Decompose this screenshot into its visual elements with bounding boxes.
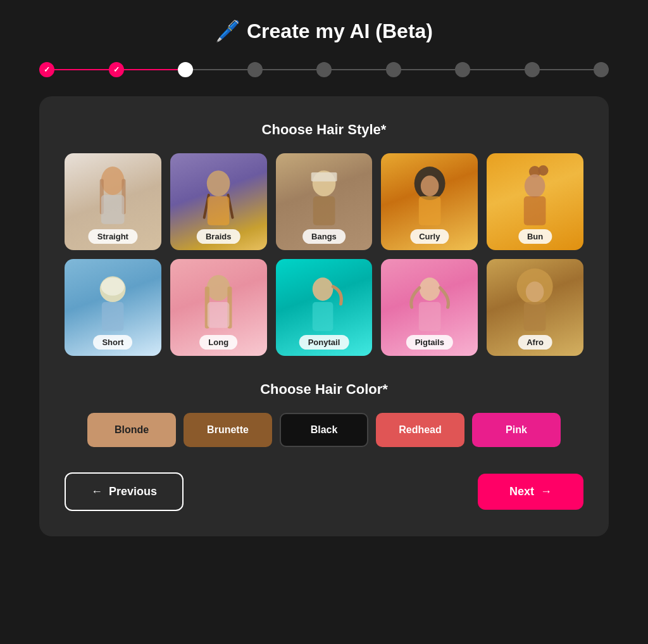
svg-point-25 bbox=[313, 277, 333, 301]
next-arrow-icon: → bbox=[540, 485, 552, 498]
svg-point-16 bbox=[525, 175, 545, 198]
svg-rect-28 bbox=[418, 302, 440, 331]
color-btn-black[interactable]: Black bbox=[280, 413, 368, 447]
svg-point-19 bbox=[101, 277, 125, 296]
hair-style-grid: Straight Braids bbox=[65, 153, 583, 356]
hair-item-braids[interactable]: Braids bbox=[170, 153, 267, 250]
hair-color-buttons: Blonde Brunette Black Redhead Pink bbox=[65, 413, 583, 447]
hair-color-title: Choose Hair Color* bbox=[65, 381, 583, 398]
previous-label: Previous bbox=[109, 485, 157, 498]
hair-item-bangs[interactable]: Bangs bbox=[276, 153, 373, 250]
color-btn-blonde[interactable]: Blonde bbox=[87, 413, 176, 447]
svg-rect-13 bbox=[418, 196, 440, 225]
hair-afro-label: Afro bbox=[518, 335, 552, 350]
next-label: Next bbox=[509, 485, 534, 498]
svg-point-27 bbox=[419, 277, 440, 301]
svg-point-21 bbox=[207, 275, 230, 301]
hair-item-pigtails[interactable]: Pigtails bbox=[381, 259, 478, 356]
step-9 bbox=[594, 62, 609, 77]
svg-point-30 bbox=[526, 281, 544, 302]
svg-point-12 bbox=[421, 176, 439, 197]
svg-point-0 bbox=[101, 167, 125, 195]
color-btn-pink[interactable]: Pink bbox=[472, 413, 561, 447]
hair-style-section: Choose Hair Style* Straight bbox=[65, 122, 583, 356]
hair-item-ponytail[interactable]: Ponytail bbox=[276, 259, 373, 356]
hair-curly-label: Curly bbox=[410, 229, 449, 244]
title-icon: 🖊️ bbox=[215, 19, 240, 43]
svg-rect-26 bbox=[313, 302, 333, 331]
step-7 bbox=[455, 62, 470, 77]
next-button[interactable]: Next → bbox=[478, 474, 583, 510]
svg-rect-20 bbox=[102, 302, 124, 331]
svg-rect-3 bbox=[101, 195, 125, 224]
nav-buttons: ← Previous Next → bbox=[65, 472, 583, 511]
hair-item-bun[interactable]: Bun bbox=[487, 153, 583, 250]
hair-item-short[interactable]: Short bbox=[65, 259, 161, 356]
hair-item-straight[interactable]: Straight bbox=[65, 153, 161, 250]
hair-item-long[interactable]: Long bbox=[170, 259, 267, 356]
color-btn-redhead[interactable]: Redhead bbox=[376, 413, 464, 447]
step-4 bbox=[247, 62, 263, 77]
svg-rect-9 bbox=[311, 173, 337, 182]
hair-short-label: Short bbox=[93, 335, 132, 350]
hair-pigtails-label: Pigtails bbox=[406, 335, 453, 350]
color-btn-brunette[interactable]: Brunette bbox=[184, 413, 272, 447]
hair-braids-label: Braids bbox=[197, 229, 240, 244]
svg-rect-10 bbox=[313, 196, 335, 225]
page-title: 🖊️ Create my AI (Beta) bbox=[215, 19, 433, 43]
hair-color-section: Choose Hair Color* Blonde Brunette Black… bbox=[65, 381, 583, 447]
hair-straight-label: Straight bbox=[89, 229, 137, 244]
step-3 bbox=[178, 62, 193, 77]
step-5 bbox=[316, 62, 332, 77]
progress-bar: ✓ ✓ bbox=[39, 62, 609, 77]
hair-style-title: Choose Hair Style* bbox=[65, 122, 583, 138]
step-8 bbox=[525, 62, 540, 77]
hair-long-label: Long bbox=[199, 335, 237, 350]
svg-point-15 bbox=[539, 165, 549, 175]
svg-rect-31 bbox=[524, 302, 546, 331]
step-1: ✓ bbox=[39, 62, 54, 77]
step-2: ✓ bbox=[109, 62, 124, 77]
svg-rect-7 bbox=[208, 196, 230, 225]
svg-rect-17 bbox=[524, 196, 546, 225]
svg-point-4 bbox=[207, 171, 230, 197]
previous-button[interactable]: ← Previous bbox=[65, 472, 184, 511]
prev-arrow-icon: ← bbox=[91, 485, 103, 498]
step-6 bbox=[386, 62, 401, 77]
hair-item-afro[interactable]: Afro bbox=[487, 259, 583, 356]
hair-item-curly[interactable]: Curly bbox=[381, 153, 478, 250]
svg-rect-24 bbox=[208, 302, 230, 328]
hair-bangs-label: Bangs bbox=[302, 229, 346, 244]
hair-bun-label: Bun bbox=[518, 229, 552, 244]
progress-steps: ✓ ✓ bbox=[39, 62, 609, 77]
main-card: Choose Hair Style* Straight bbox=[39, 96, 609, 536]
hair-ponytail-label: Ponytail bbox=[299, 335, 349, 350]
